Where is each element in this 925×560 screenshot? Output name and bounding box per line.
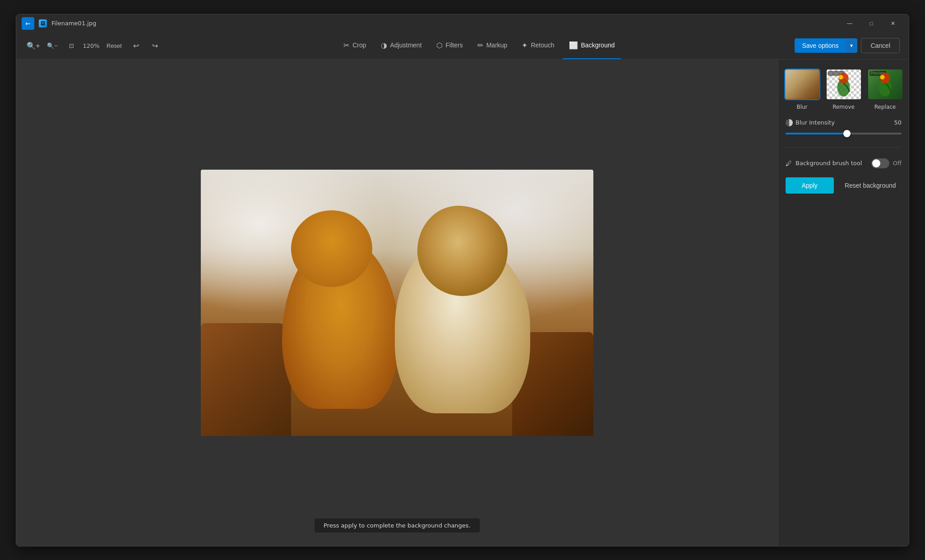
bg-option-remove[interactable]: Preview Remove	[826, 69, 862, 110]
brush-icon: 🖊	[786, 160, 792, 167]
replace-thumb: Preview	[867, 69, 903, 100]
fit-button[interactable]: ⊡	[63, 37, 79, 54]
slider-fill	[786, 133, 847, 134]
toolbar: 🔍+ 🔍− ⊡ 120% Reset ↩ ↪ ✂ Crop ◑ Adjustme…	[16, 32, 909, 60]
tab-filters[interactable]: ⬡ Filters	[430, 32, 469, 59]
tab-crop[interactable]: ✂ Crop	[337, 32, 372, 59]
right-panel: Blur Preview	[778, 60, 909, 546]
save-options-button[interactable]: Save options ▾	[795, 38, 857, 53]
blur-intensity-label: Blur Intensity	[786, 119, 835, 126]
retouch-icon: ✦	[522, 41, 527, 50]
canvas-area: Press apply to complete the background c…	[16, 60, 778, 546]
undo-button[interactable]: ↩	[128, 37, 144, 54]
bg-option-blur[interactable]: Blur	[784, 69, 820, 110]
background-icon: ⬜	[569, 41, 578, 50]
markup-icon: ✏	[477, 41, 483, 50]
blur-intensity-section: Blur Intensity 50	[786, 119, 902, 136]
app-icon: 🖼	[39, 19, 47, 28]
blur-intensity-slider[interactable]	[786, 133, 902, 134]
action-buttons: Apply Reset background	[786, 177, 902, 194]
save-options-arrow[interactable]: ▾	[846, 39, 857, 52]
apply-button[interactable]: Apply	[786, 177, 834, 194]
nav-tabs: ✂ Crop ◑ Adjustment ⬡ Filters ✏ Markup ✦…	[167, 32, 791, 59]
slider-header: Blur Intensity 50	[786, 119, 902, 126]
window-controls: — □ ✕	[839, 16, 903, 31]
zoom-in-button[interactable]: 🔍+	[25, 37, 42, 54]
parrot-icon-replace	[875, 72, 895, 98]
blur-intensity-value: 50	[894, 119, 902, 126]
adjustment-icon: ◑	[381, 41, 387, 50]
main-image	[201, 170, 593, 436]
toggle-state-label: Off	[893, 160, 902, 167]
slider-thumb[interactable]	[843, 130, 851, 137]
zoom-controls: 🔍+ 🔍− ⊡ 120% Reset ↩ ↪	[25, 37, 163, 54]
svg-point-2	[838, 75, 843, 79]
blur-preview	[784, 69, 820, 100]
replace-label: Replace	[874, 104, 896, 110]
status-message: Press apply to complete the background c…	[314, 518, 480, 532]
svg-point-5	[880, 75, 884, 79]
main-content: Press apply to complete the background c…	[16, 60, 909, 546]
replace-preview: Preview	[868, 69, 902, 99]
divider	[786, 147, 902, 148]
remove-preview: Preview	[827, 69, 861, 99]
tab-retouch[interactable]: ✦ Retouch	[515, 32, 560, 59]
toggle-knob	[872, 159, 880, 167]
reset-background-button[interactable]: Reset background	[839, 177, 902, 194]
dog-right-head	[417, 206, 508, 296]
app-window: ← 🖼 Filename01.jpg — □ ✕ 🔍+ 🔍− ⊡ 120% Re…	[16, 14, 909, 546]
tab-background[interactable]: ⬜ Background	[563, 32, 621, 59]
toolbar-right: Save options ▾ Cancel	[795, 38, 900, 53]
tab-adjustment[interactable]: ◑ Adjustment	[375, 32, 428, 59]
back-button[interactable]: ←	[22, 17, 34, 30]
blur-thumb	[784, 69, 820, 100]
window-title: Filename01.jpg	[51, 20, 96, 27]
reset-button[interactable]: Reset	[103, 37, 125, 54]
tab-markup[interactable]: ✏ Markup	[471, 32, 514, 59]
title-bar-left: ← 🖼 Filename01.jpg	[22, 17, 96, 30]
filters-icon: ⬡	[436, 41, 443, 50]
zoom-out-button[interactable]: 🔍−	[44, 37, 60, 54]
zoom-level-display: 120%	[82, 42, 100, 49]
cancel-button[interactable]: Cancel	[861, 38, 900, 53]
title-bar: ← 🖼 Filename01.jpg — □ ✕	[16, 14, 909, 32]
bg-options: Blur Preview	[786, 69, 902, 110]
dog-left-head	[291, 210, 372, 287]
remove-thumb: Preview	[826, 69, 862, 100]
image-container	[201, 170, 593, 436]
remove-label: Remove	[832, 104, 855, 110]
crop-icon: ✂	[343, 41, 349, 50]
dog-left	[273, 219, 408, 409]
brush-tool-row: 🖊 Background brush tool Off	[786, 158, 902, 168]
toggle-row: Off	[871, 158, 902, 168]
brush-tool-toggle[interactable]	[871, 158, 889, 168]
maximize-button[interactable]: □	[861, 16, 882, 31]
minimize-button[interactable]: —	[839, 16, 860, 31]
brush-tool-label: 🖊 Background brush tool	[786, 160, 862, 167]
save-options-main[interactable]: Save options	[795, 38, 846, 53]
parrot-icon-remove	[833, 72, 854, 98]
intensity-icon	[786, 119, 793, 126]
bg-option-replace[interactable]: Preview Replace	[867, 69, 903, 110]
redo-button[interactable]: ↪	[147, 37, 163, 54]
blur-label: Blur	[796, 104, 807, 110]
close-button[interactable]: ✕	[883, 16, 903, 31]
dog-right	[395, 210, 548, 413]
